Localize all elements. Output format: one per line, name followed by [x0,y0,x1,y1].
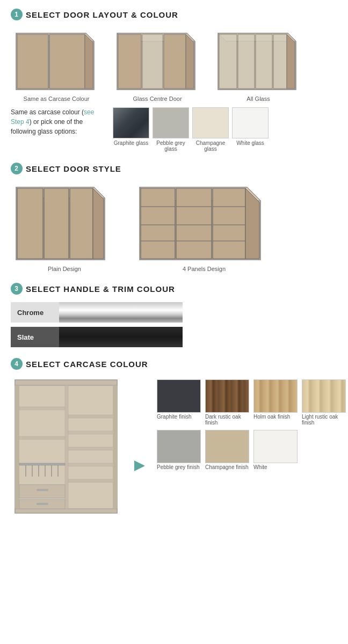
svg-rect-49 [19,463,65,465]
handle-chrome-swatch [59,302,183,323]
step1-title: 1 SELECT DOOR LAYOUT & COLOUR [11,9,337,20]
door-option-same-carcase[interactable]: Same as Carcase Colour [11,28,102,102]
svg-rect-63 [37,489,48,491]
cswatch-champagne[interactable]: Champagne finish [205,430,249,470]
svg-marker-12 [186,34,194,89]
step3-badge: 3 [11,283,23,295]
step2-section: 2 SELECT DOOR STYLE Plain Design [11,163,337,272]
swatch-pebble-grey-glass[interactable]: Pebble grey glass [153,107,189,152]
svg-rect-64 [37,503,48,505]
door-option-all-glass-label: All Glass [247,96,270,102]
colour-row: Same as carcase colour (see Step 4) or p… [11,107,337,152]
handle-chrome-option[interactable]: Chrome [11,302,337,323]
svg-marker-4 [85,34,93,89]
svg-marker-28 [141,188,175,259]
svg-rect-47 [19,407,65,410]
svg-marker-25 [93,188,104,259]
svg-marker-36 [213,188,245,259]
door-style-4panels-label: 4 Panels Design [183,266,226,272]
svg-marker-11 [164,34,186,89]
door-option-all-glass[interactable]: All Glass [213,28,304,102]
carcase-row: Graphite finish Dark rustic oak finish H… [11,377,337,518]
svg-rect-59 [68,463,114,466]
wardrobe-interior [11,377,134,518]
svg-rect-46 [65,385,68,509]
step3-section: 3 SELECT HANDLE & TRIM COLOUR Chrome Sla… [11,283,337,347]
swatch-graphite-glass[interactable]: Graphite glass [113,107,149,152]
carcase-swatch-row-2: Pebble grey finish Champagne finish Whit… [157,430,346,470]
handle-chrome-label: Chrome [11,302,59,323]
svg-rect-58 [68,447,114,450]
svg-marker-22 [17,188,43,259]
page: 1 SELECT DOOR LAYOUT & COLOUR [0,0,348,538]
step3-title: 3 SELECT HANDLE & TRIM COLOUR [11,283,337,295]
door-layout-row: Same as Carcase Colour [11,28,337,102]
door-option-same-carcase-label: Same as Carcase Colour [24,96,90,102]
svg-marker-17 [256,34,272,89]
handle-slate-swatch [59,327,183,347]
svg-rect-57 [68,431,114,434]
svg-rect-43 [15,509,117,513]
door-option-glass-centre[interactable]: Glass Centre Door [112,28,203,102]
door-style-row: Plain Design [11,182,337,272]
svg-marker-18 [273,34,287,89]
svg-marker-23 [44,188,69,259]
cswatch-pebble-grey[interactable]: Pebble grey finish [157,430,201,470]
step1-section: 1 SELECT DOOR LAYOUT & COLOUR [11,9,337,152]
door-style-plain[interactable]: Plain Design [11,182,118,272]
cswatch-white[interactable]: White [253,430,298,470]
svg-rect-60 [68,479,114,482]
svg-marker-24 [70,188,93,259]
svg-rect-42 [15,380,117,385]
door-option-glass-centre-label: Glass Centre Door [133,96,182,102]
svg-marker-19 [287,34,295,89]
carcase-swatch-row-1: Graphite finish Dark rustic oak finish H… [157,379,346,426]
step4-section: 4 SELECT CARCASE COLOUR [11,358,337,518]
door-style-plain-label: Plain Design [48,266,81,272]
cswatch-holm-oak[interactable]: Holm oak finish [253,379,298,426]
step2-badge: 2 [11,163,23,174]
cswatch-graphite[interactable]: Graphite finish [157,379,201,426]
svg-marker-15 [219,34,237,89]
svg-marker-10 [142,34,163,89]
handle-slate-option[interactable]: Slate [11,327,337,347]
svg-rect-48 [19,436,65,440]
step1-badge: 1 [11,9,23,20]
svg-marker-32 [176,188,212,259]
svg-marker-9 [118,34,141,89]
svg-rect-44 [15,385,19,509]
step4-badge: 4 [11,358,23,370]
svg-rect-56 [68,415,114,418]
cswatch-light-rustic-oak[interactable]: Light rustic oak finish [302,379,346,426]
svg-rect-61 [19,485,65,498]
swatch-champagne-glass[interactable]: Champagne glass [192,107,229,152]
step4-link[interactable]: see Step 4 [11,108,94,126]
door-style-4panels[interactable]: 4 Panels Design [134,182,274,272]
swatch-white-glass[interactable]: White glass [232,107,269,152]
handle-slate-label: Slate [11,327,59,347]
svg-marker-2 [17,34,48,89]
svg-marker-3 [49,34,85,89]
carcase-swatches: Graphite finish Dark rustic oak finish H… [157,379,346,470]
colour-swatches: Graphite glass Pebble grey glass Champag… [113,107,269,152]
svg-marker-16 [238,34,255,89]
colour-text: Same as carcase colour (see Step 4) or p… [11,107,107,136]
arrow-icon [134,460,145,471]
step2-title: 2 SELECT DOOR STYLE [11,163,337,174]
cswatch-dark-rustic-oak[interactable]: Dark rustic oak finish [205,379,249,426]
step4-title: 4 SELECT CARCASE COLOUR [11,358,337,370]
